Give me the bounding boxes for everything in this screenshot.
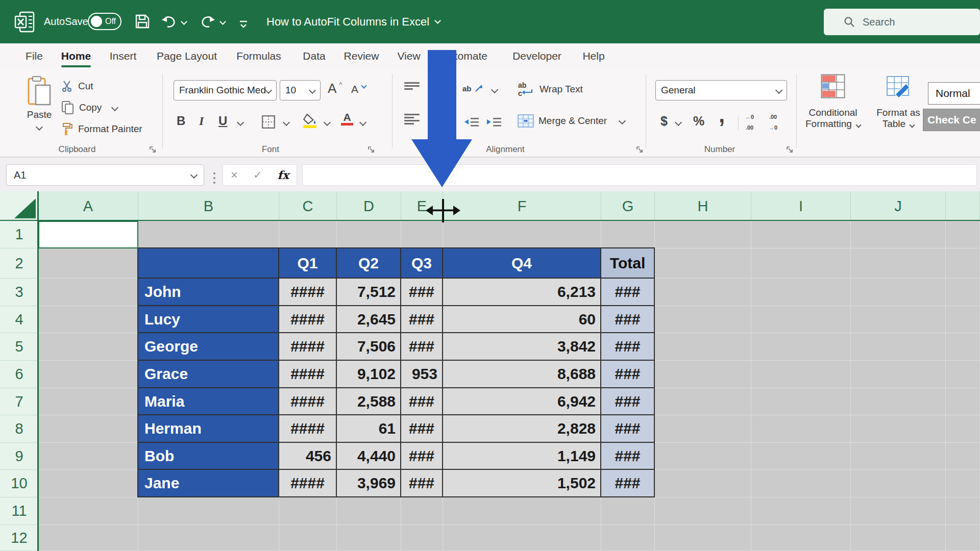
cell-K7[interactable] [946,388,980,415]
cell-H12[interactable] [655,525,751,551]
cell-I5[interactable] [751,333,851,361]
tab-data[interactable]: Data [300,43,328,69]
redo-icon[interactable] [199,13,216,30]
cell-K9[interactable] [946,443,980,470]
column-header-G[interactable]: G [601,191,655,221]
clipboard-dialog-launcher-icon[interactable] [149,144,157,153]
active-cell-A1[interactable] [38,221,138,248]
decrease-decimal-button[interactable]: .00→0 [769,114,777,130]
cell-F6[interactable]: 8,688 [443,361,601,388]
cell-C6[interactable]: #### [279,361,337,388]
cell-H8[interactable] [655,415,751,443]
tab-formulas[interactable]: Formulas [233,43,285,69]
cell-C11[interactable] [279,497,337,525]
cell-F9[interactable]: 1,149 [443,443,601,470]
save-icon[interactable] [134,13,151,30]
cell-J11[interactable] [851,497,946,525]
cell-K11[interactable] [946,497,980,525]
cell-E1[interactable] [401,221,443,248]
orientation-button[interactable]: ab [462,80,483,96]
cell-H1[interactable] [655,221,751,248]
cell-D11[interactable] [337,497,401,525]
column-header-F[interactable]: F [443,191,601,221]
cell-K10[interactable] [946,470,980,497]
tab-view[interactable]: View [394,43,424,69]
cell-D10[interactable]: 3,969 [337,470,401,497]
decrease-font-size-button[interactable]: A [351,81,366,97]
orientation-dropdown-icon[interactable] [491,86,498,93]
cell-F3[interactable]: 6,213 [443,279,601,306]
merge-center-button[interactable]: Merge & Center [518,113,625,129]
cell-B9[interactable]: Bob [138,443,279,470]
tab-file[interactable]: File [22,43,46,69]
number-dialog-launcher-icon[interactable] [786,144,794,153]
cell-D4[interactable]: 2,645 [337,306,401,333]
cell-G4[interactable]: ### [601,306,655,333]
cell-B2[interactable] [138,248,279,279]
cell-K3[interactable] [946,279,980,306]
cancel-icon[interactable]: × [231,168,238,182]
column-header-C[interactable]: C [279,191,337,221]
cell-B8[interactable]: Herman [138,415,279,443]
cell-E6[interactable]: 953 [401,361,443,388]
row-header-7[interactable]: 7 [0,388,38,415]
cell-A7[interactable] [38,388,138,415]
tab-page-layout[interactable]: Page Layout [152,43,222,69]
cell-C3[interactable]: #### [279,279,337,306]
cell-A9[interactable] [38,443,138,470]
increase-font-size-button[interactable]: A^ [328,80,342,96]
column-header-H[interactable]: H [655,191,751,221]
paste-button[interactable]: Paste [18,74,60,140]
cell-F7[interactable]: 6,942 [443,388,601,415]
cell-C4[interactable]: #### [279,306,337,333]
cell-G11[interactable] [601,497,655,525]
cell-K4[interactable] [946,306,980,333]
cell-E4[interactable]: ### [401,306,443,333]
cell-J10[interactable] [851,470,946,497]
cell-H9[interactable] [655,443,751,470]
cell-A8[interactable] [38,415,138,443]
cell-H6[interactable] [655,361,751,388]
cell-B10[interactable]: Jane [138,470,279,497]
cell-A11[interactable] [38,497,138,525]
cell-style-check-cell[interactable]: Check Ce [923,109,980,131]
row-header-2[interactable]: 2 [0,248,38,279]
cell-I4[interactable] [751,306,851,333]
cell-J7[interactable] [851,388,946,415]
column-header-D[interactable]: D [337,191,401,221]
decrease-indent-button[interactable] [463,114,480,130]
cell-F11[interactable] [443,497,601,525]
bold-button[interactable]: B [177,113,185,129]
cell-J6[interactable] [851,361,946,388]
cell-B3[interactable]: John [138,279,279,306]
cell-B1[interactable] [138,221,279,248]
cell-E7[interactable]: ### [401,388,443,415]
tab-home[interactable]: Home [57,43,95,69]
cell-F4[interactable]: 60 [443,306,601,333]
percent-style-button[interactable]: % [693,113,704,129]
cell-D6[interactable]: 9,102 [337,361,401,388]
cell-G3[interactable]: ### [601,279,655,306]
undo-icon[interactable] [160,13,178,30]
cell-D1[interactable] [337,221,401,248]
cell-G1[interactable] [601,221,655,248]
cell-H5[interactable] [655,333,751,361]
increase-indent-button[interactable] [486,114,502,130]
number-format-select[interactable]: General [655,80,787,101]
cut-button[interactable]: Cut [61,78,93,94]
cell-H3[interactable] [655,279,751,306]
cell-G9[interactable]: ### [601,443,655,470]
align-left-icon[interactable] [404,114,420,124]
cell-D8[interactable]: 61 [337,415,401,443]
search-box[interactable]: Search [824,9,980,35]
cell-D9[interactable]: 4,440 [337,443,401,470]
cell-A6[interactable] [38,361,138,388]
cell-E5[interactable]: ### [401,333,443,361]
font-color-button[interactable]: A [341,112,353,128]
cell-J8[interactable] [851,415,946,443]
increase-decimal-button[interactable]: ←0.00 [745,114,754,130]
cell-A10[interactable] [38,470,138,497]
tab-help[interactable]: Help [581,43,606,69]
cell-G7[interactable]: ### [601,388,655,415]
cell-A2[interactable] [38,248,138,279]
